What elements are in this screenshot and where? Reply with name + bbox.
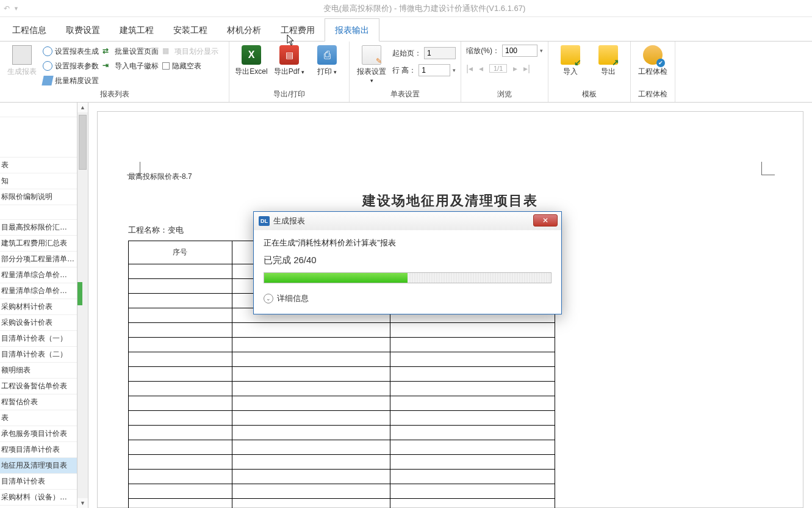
sidebar-item[interactable]: 表	[0, 158, 77, 173]
project-split-button[interactable]: ▦项目划分显示	[162, 45, 218, 57]
table-row	[129, 455, 555, 470]
dialog-progress-text: 已完成 26/40	[264, 255, 552, 266]
export-pdf-button[interactable]: 导出Pdf ▾	[272, 44, 306, 76]
print-button[interactable]: 打印 ▾	[310, 44, 344, 76]
group-title-check: 工程体检	[636, 88, 670, 102]
dialog-details-toggle[interactable]: ⌄ 详细信息	[264, 293, 552, 304]
sidebar-item[interactable]: 额明细表	[0, 363, 77, 379]
first-page-button[interactable]: |◂	[466, 64, 473, 73]
sidebar-item[interactable]: 目清单计价表（二）	[0, 347, 77, 363]
scroll-down-icon[interactable]: ▼	[77, 498, 88, 508]
titlebar: ↶ ▼ 变电(最高投标限价) - 博微电力建设计价通软件(V1.6.1.67)	[0, 0, 812, 17]
scroll-thumb[interactable]	[79, 115, 87, 170]
dialog-title: 生成报表	[273, 216, 305, 227]
start-page-field: 起始页：	[392, 46, 456, 60]
gear-icon	[43, 46, 52, 56]
sidebar-item[interactable]: 目清单计价表	[0, 474, 77, 490]
window-title: 变电(最高投标限价) - 博微电力建设计价通软件(V1.6.1.67)	[37, 3, 812, 14]
sidebar-item[interactable]: 地征用及清理项目表	[0, 458, 77, 474]
tab-material[interactable]: 材机分析	[217, 19, 271, 41]
import-logo-button[interactable]: ⇥导入电子徽标	[102, 60, 159, 72]
chevron-down-icon[interactable]: ▾	[540, 48, 543, 54]
progress-bar	[264, 272, 552, 283]
sidebar-item[interactable]: 承包服务项目计价表	[0, 426, 77, 442]
sidebar-scrollbar[interactable]: ▲ ▼	[77, 103, 88, 508]
folder-export-icon	[598, 45, 618, 65]
sidebar-item[interactable]: 程量清单综合单价…	[0, 267, 77, 283]
set-report-gen-button[interactable]: 设置报表生成	[43, 45, 99, 57]
report-list-sidebar[interactable]: 表知标限价编制说明目最高投标限价汇…建筑工程费用汇总表部分分项工程量清单…程量清…	[0, 103, 77, 508]
sidebar-item[interactable]: 目最高投标限价汇…	[0, 220, 77, 236]
next-page-button[interactable]: ▸	[513, 64, 517, 73]
export-excel-button[interactable]: 导出Excel	[234, 44, 268, 76]
ribbon: 生成报表 设置报表生成 设置报表参数 批量精度设置 ⇄批量设置页面 ⇥导入电子徽…	[0, 42, 812, 103]
group-title-single: 单表设置	[354, 88, 456, 102]
generate-report-dialog: DL 生成报表 ✕ 正在生成“消耗性材料价差计算表”报表 已完成 26/40 ⌄…	[253, 211, 562, 314]
sidebar-item[interactable]: 程量清单综合单价…	[0, 283, 77, 299]
group-title-export: 导出/打印	[234, 88, 344, 102]
table-header-seq: 序号	[129, 241, 232, 264]
worker-check-icon	[643, 45, 663, 65]
prev-page-button[interactable]: ◂	[479, 64, 483, 73]
arrow-icon: ⇄	[102, 46, 112, 56]
page-indicator: 1/1	[489, 64, 507, 73]
dialog-titlebar[interactable]: DL 生成报表 ✕	[254, 212, 561, 230]
sidebar-item[interactable]: 知	[0, 173, 77, 189]
template-export-button[interactable]: 导出	[591, 44, 625, 76]
last-page-button[interactable]: ▸|	[523, 64, 530, 73]
row-height-input[interactable]	[419, 64, 450, 76]
page-nav: |◂ ◂ 1/1 ▸ ▸|	[466, 61, 530, 73]
table-row	[129, 440, 555, 455]
zoom-input[interactable]	[502, 45, 537, 57]
sidebar-item[interactable]: 工程设备暂估单价表	[0, 379, 77, 394]
checkbox-icon	[162, 62, 170, 70]
tab-fee-settings[interactable]: 取费设置	[56, 19, 110, 41]
tag-icon	[41, 76, 53, 85]
dropdown-icon[interactable]: ▼	[13, 5, 19, 12]
undo-icon[interactable]: ↶	[4, 4, 10, 13]
sidebar-item[interactable]: 部分分项工程量清单…	[0, 252, 77, 267]
report-settings-button[interactable]: 报表设置 ▾	[354, 44, 389, 85]
dialog-close-button[interactable]: ✕	[533, 214, 558, 227]
progress-bar-fill	[264, 273, 408, 283]
row-height-field: 行 高： ▾	[392, 64, 456, 77]
zoom-field: 缩放(%)： ▾	[466, 44, 543, 57]
dialog-status-text: 正在生成“消耗性材料价差计算表”报表	[264, 238, 552, 249]
template-import-button[interactable]: 导入	[553, 44, 587, 76]
sidebar-item[interactable]: 建筑工程费用汇总表	[0, 236, 77, 252]
tab-project-info[interactable]: 工程信息	[2, 19, 56, 41]
hide-empty-checkbox[interactable]: 隐藏空表	[162, 60, 218, 72]
sidebar-item[interactable]: 程项目清单计价表	[0, 442, 77, 458]
scroll-up-icon[interactable]: ▲	[77, 103, 88, 112]
printer-icon	[317, 45, 337, 65]
sidebar-item[interactable]: 标限价编制说明	[0, 189, 77, 205]
sidebar-item[interactable]: 采购材料计价表	[0, 299, 77, 315]
project-check-button[interactable]: 工程体检	[636, 44, 670, 76]
generate-report-label: 生成报表	[7, 67, 37, 76]
report-icon	[12, 45, 32, 65]
chevron-down-icon: ▾	[370, 78, 373, 84]
tab-project-fee[interactable]: 工程费用	[271, 19, 325, 41]
sidebar-item[interactable]: 采购设备计价表	[0, 315, 77, 331]
generate-report-button[interactable]: 生成报表	[5, 44, 39, 76]
close-icon: ✕	[542, 216, 548, 225]
set-report-param-button[interactable]: 设置报表参数	[43, 60, 99, 72]
tab-report-output[interactable]: 报表输出	[325, 18, 379, 42]
batch-precision-button[interactable]: 批量精度设置	[43, 74, 99, 87]
arrow-icon: ⇥	[102, 61, 112, 71]
sidebar-active-marker	[77, 282, 82, 305]
table-row	[129, 470, 555, 484]
group-title-template: 模板	[553, 88, 625, 102]
app-logo-icon: DL	[259, 216, 270, 226]
chevron-down-icon: ▾	[334, 69, 337, 75]
start-page-input[interactable]	[424, 47, 456, 59]
sidebar-item[interactable]: 采购材料（设备）…	[0, 490, 77, 506]
sidebar-item[interactable]: 目清单计价表（一）	[0, 331, 77, 347]
chevron-down-icon[interactable]: ▾	[453, 67, 456, 73]
batch-page-button[interactable]: ⇄批量设置页面	[102, 45, 159, 57]
table-row	[129, 352, 555, 367]
sidebar-item[interactable]: 表	[0, 410, 77, 426]
tab-building[interactable]: 建筑工程	[110, 19, 163, 41]
sidebar-item[interactable]: 程暂估价表	[0, 394, 77, 410]
tab-install[interactable]: 安装工程	[163, 19, 217, 41]
